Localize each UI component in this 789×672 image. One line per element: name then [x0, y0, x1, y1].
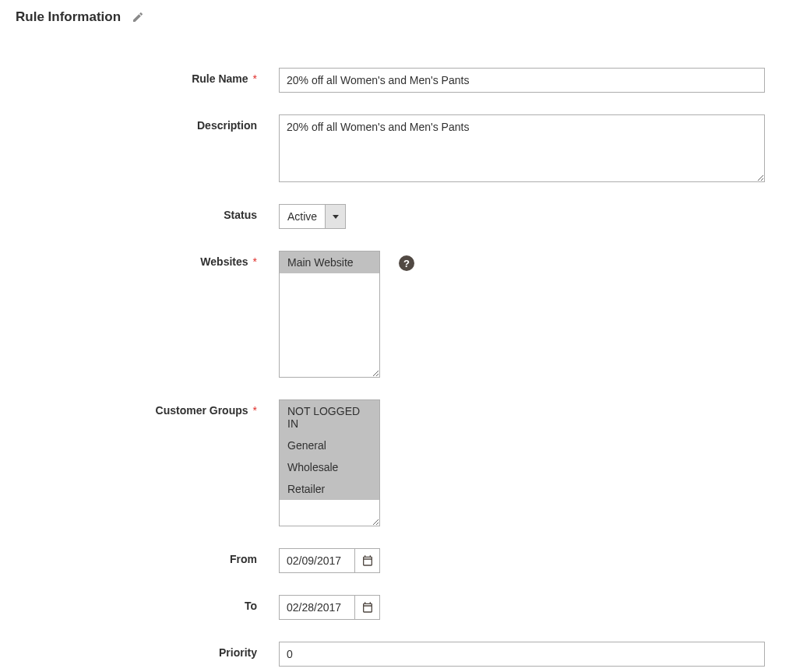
description-textarea[interactable]: 20% off all Women's and Men's Pants	[279, 114, 765, 182]
multiselect-option[interactable]: Wholesale	[280, 456, 379, 478]
row-from: From	[16, 548, 773, 573]
calendar-icon	[361, 554, 374, 567]
rule-name-input[interactable]	[279, 68, 765, 93]
row-rule-name: Rule Name*	[16, 68, 773, 93]
from-date-wrap	[279, 548, 380, 573]
row-priority: Priority	[16, 642, 773, 667]
from-date-input[interactable]	[280, 549, 354, 572]
label-description: Description	[16, 114, 279, 132]
calendar-icon	[361, 601, 374, 614]
label-to: To	[16, 595, 279, 612]
websites-multiselect[interactable]: Main Website	[279, 251, 380, 378]
row-description: Description 20% off all Women's and Men'…	[16, 114, 773, 182]
row-websites: Websites* Main Website ?	[16, 251, 773, 378]
row-status: Status Active	[16, 204, 773, 229]
to-date-picker-button[interactable]	[354, 596, 379, 619]
label-from: From	[16, 548, 279, 565]
label-priority: Priority	[16, 642, 279, 659]
status-dropdown-button[interactable]	[325, 205, 345, 228]
section-title: Rule Information	[16, 9, 121, 25]
section-header: Rule Information	[16, 9, 773, 25]
multiselect-option[interactable]: General	[280, 435, 379, 456]
multiselect-option[interactable]: NOT LOGGED IN	[280, 400, 379, 435]
status-value: Active	[280, 205, 325, 228]
to-date-input[interactable]	[280, 596, 354, 619]
pencil-icon[interactable]	[132, 11, 144, 23]
from-date-picker-button[interactable]	[354, 549, 379, 572]
label-rule-name: Rule Name*	[16, 68, 279, 85]
help-icon[interactable]: ?	[399, 255, 414, 271]
multiselect-option[interactable]: Retailer	[280, 478, 379, 500]
row-to: To	[16, 595, 773, 620]
chevron-down-icon	[333, 215, 339, 219]
row-customer-groups: Customer Groups* NOT LOGGED INGeneralWho…	[16, 399, 773, 526]
status-select[interactable]: Active	[279, 204, 346, 229]
label-customer-groups: Customer Groups*	[16, 399, 279, 417]
priority-input[interactable]	[279, 642, 765, 667]
multiselect-option[interactable]: Main Website	[280, 252, 379, 273]
label-status: Status	[16, 204, 279, 221]
customer-groups-multiselect[interactable]: NOT LOGGED INGeneralWholesaleRetailer	[279, 399, 380, 526]
to-date-wrap	[279, 595, 380, 620]
label-websites: Websites*	[16, 251, 279, 268]
